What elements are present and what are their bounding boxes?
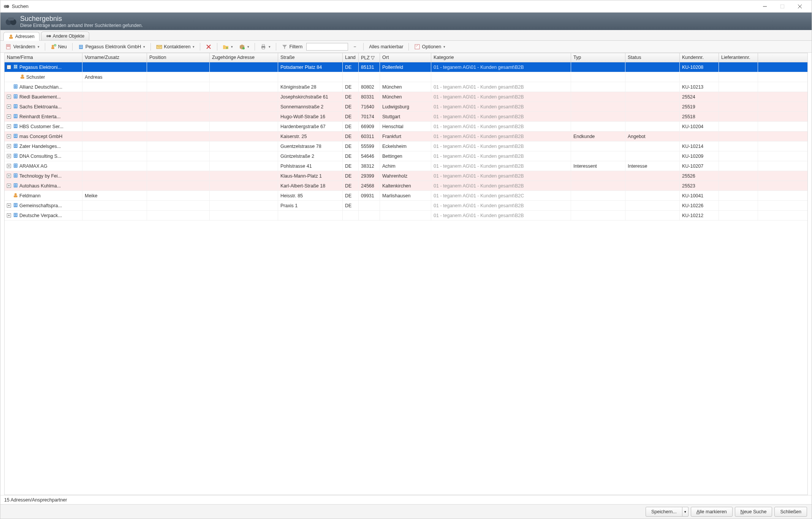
table-row[interactable]: +Zater Handelsges...Guentzelstrasse 78DE…	[5, 141, 807, 151]
col-status[interactable]: Status	[625, 53, 680, 62]
svg-rect-18	[80, 46, 81, 46]
table-row[interactable]: +mas Concept GmbHKaiserstr. 25DE60311Fra…	[5, 132, 807, 141]
cell-status: Angebot	[625, 132, 680, 141]
col-strasse[interactable]: Straße	[278, 53, 343, 62]
cell-kategorie: 01 - teganem AG\01 - Kunden gesamt\B2B	[431, 122, 571, 131]
results-grid: Name/Firma Vorname/Zusatz Position Zugeh…	[4, 53, 808, 495]
table-row[interactable]: +Riedl Bauelement...Josephskirchstraße 6…	[5, 92, 807, 102]
cell-name: +Reinhardt Enterta...	[5, 112, 82, 121]
col-plz[interactable]: PLZ ▽	[359, 53, 380, 62]
tab-other-objects[interactable]: Andere Objekte	[41, 32, 89, 40]
company-icon	[13, 84, 18, 90]
new-button[interactable]: Neu	[48, 43, 69, 51]
cell-land: DE	[343, 171, 359, 181]
table-row[interactable]: +DNA Consulting S...Güntzelstraße 2DE546…	[5, 151, 807, 161]
tree-toggle[interactable]: +	[7, 174, 11, 178]
table-row[interactable]: +Reinhardt Enterta...Hugo-Wolf-Straße 16…	[5, 112, 807, 122]
svg-rect-85	[16, 176, 17, 176]
context-button[interactable]: Pegasus Elektronik GmbH ▾	[76, 43, 148, 51]
table-row[interactable]: −Pegasus Elektroni...Potsdamer Platz 84D…	[5, 62, 807, 72]
svg-rect-28	[415, 44, 419, 49]
mark-all-button[interactable]: Alle markieren	[691, 507, 733, 517]
svg-rect-81	[14, 173, 17, 178]
cell-status	[625, 181, 680, 190]
svg-rect-84	[14, 176, 15, 176]
col-typ[interactable]: Typ	[571, 53, 625, 62]
col-ort[interactable]: Ort	[380, 53, 431, 62]
all-markable-button[interactable]: Alles markierbar	[367, 43, 405, 51]
table-row[interactable]: +Technology by Fei...Klaus-Mann-Platz 1D…	[5, 171, 807, 181]
tree-toggle[interactable]: +	[7, 114, 11, 119]
cell-land: DE	[343, 191, 359, 200]
svg-rect-47	[14, 105, 15, 106]
name-text: DNA Consulting S...	[19, 154, 61, 159]
new-search-button[interactable]: Neue Suche	[735, 507, 772, 517]
col-kategorie[interactable]: Kategorie	[431, 53, 571, 62]
header-title: Suchergebnis	[20, 15, 143, 23]
cell-kategorie: 01 - teganem AG\01 - Kunden gesamt\B2B	[431, 141, 571, 151]
cell-kategorie: 01 - teganem AG\01 - Kunden gesamt\B2B	[431, 102, 571, 111]
tree-toggle[interactable]: −	[7, 65, 11, 69]
close-button[interactable]	[791, 0, 809, 13]
col-vorname[interactable]: Vorname/Zusatz	[82, 53, 147, 62]
print-button[interactable]: ▾	[258, 43, 273, 51]
tree-toggle[interactable]: +	[7, 95, 11, 99]
contact-button[interactable]: Kontaktieren ▾	[154, 43, 197, 51]
table-row[interactable]: SchusterAndreas	[5, 72, 807, 82]
tree-toggle[interactable]: +	[7, 154, 11, 158]
cell-vorname: Meike	[82, 191, 147, 200]
tree-toggle[interactable]: +	[7, 144, 11, 148]
tree-toggle[interactable]: +	[7, 134, 11, 138]
cell-kundennr: KU-10226	[680, 201, 719, 210]
save-dropdown[interactable]: ▾	[682, 507, 689, 517]
maximize-button[interactable]	[774, 0, 791, 13]
filter-button[interactable]: Filtern	[279, 43, 305, 51]
tab-other-label: Andere Objekte	[53, 33, 84, 39]
table-row[interactable]: +Deutsche Verpack...01 - teganem AG\01 -…	[5, 211, 807, 221]
filter-input[interactable]	[306, 43, 348, 51]
table-row[interactable]: +HBS Customer Ser...Hardenbergstraße 67D…	[5, 122, 807, 132]
table-row[interactable]: +Gemeinschaftspra...Praxis 1DE01 - tegan…	[5, 201, 807, 211]
save-button[interactable]: Speichern...	[646, 507, 682, 517]
clear-filter-button[interactable]	[350, 43, 360, 51]
tree-toggle[interactable]: +	[7, 213, 11, 217]
svg-rect-64	[14, 136, 15, 137]
name-text: Feldmann	[19, 193, 41, 198]
table-row[interactable]: +Autohaus Kuhlma...Karl-Albert-Straße 18…	[5, 181, 807, 191]
cell-zugeh	[210, 211, 278, 220]
table-row[interactable]: FeldmannMeikeHeisstr. 85DE09931Marlishau…	[5, 191, 807, 201]
table-row[interactable]: +Sachs Elektroanla...Sonnemannstraße 2DE…	[5, 102, 807, 112]
tree-toggle[interactable]: +	[7, 105, 11, 109]
col-zugeh[interactable]: Zugehörige Adresse	[210, 53, 278, 62]
table-row[interactable]: +ARAMAX AGPohlstrasse 41DE38312Achim01 -…	[5, 161, 807, 171]
options-button[interactable]: Optionen ▾	[412, 43, 448, 51]
cell-typ	[571, 62, 625, 72]
cell-zugeh	[210, 141, 278, 151]
col-kundennr[interactable]: Kundennr.	[680, 53, 719, 62]
cell-position	[147, 122, 210, 131]
change-button[interactable]: Verändern ▾	[3, 43, 42, 51]
svg-rect-40	[16, 87, 17, 87]
table-row[interactable]: Allianz Deutschlan...Königinstraße 28DE8…	[5, 82, 807, 92]
tree-toggle[interactable]: +	[7, 164, 11, 168]
delete-button[interactable]	[203, 43, 214, 51]
cell-position	[147, 102, 210, 111]
col-land[interactable]: Land	[343, 53, 359, 62]
cell-kundennr: 25526	[680, 171, 719, 181]
tree-toggle[interactable]: +	[7, 184, 11, 188]
name-text: Pegasus Elektroni...	[19, 65, 62, 70]
svg-rect-15	[51, 47, 54, 49]
col-position[interactable]: Position	[147, 53, 210, 62]
minimize-button[interactable]	[756, 0, 774, 13]
col-lieferant[interactable]: Lieferantennr.	[719, 53, 758, 62]
svg-rect-67	[14, 144, 15, 145]
cell-ort: Kaltenkirchen	[380, 181, 431, 190]
tree-toggle[interactable]: +	[7, 203, 11, 208]
tab-addresses[interactable]: Adressen	[3, 32, 40, 41]
grid-body[interactable]: −Pegasus Elektroni...Potsdamer Platz 84D…	[5, 62, 807, 495]
close-dialog-button[interactable]: Schließen	[774, 507, 807, 517]
package-button[interactable]: ▾	[237, 43, 252, 51]
col-name[interactable]: Name/Firma	[5, 53, 82, 62]
tree-toggle[interactable]: +	[7, 124, 11, 129]
folder-action-button[interactable]: ▾	[220, 43, 235, 51]
